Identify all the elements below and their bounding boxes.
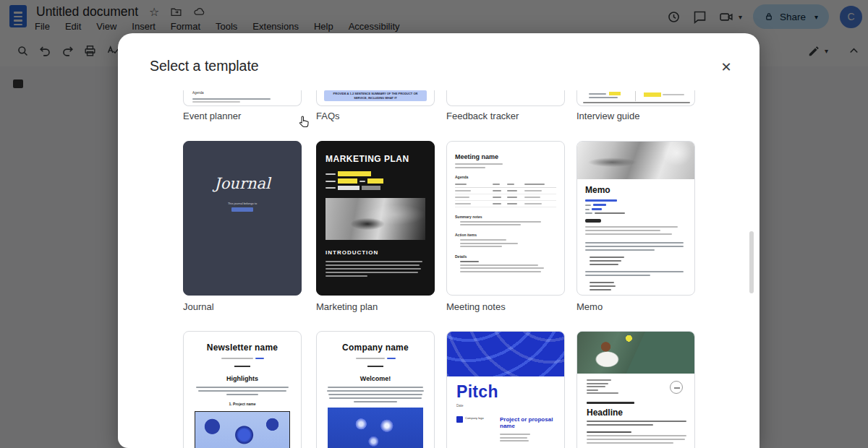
close-icon[interactable]: ✕ [717,58,736,77]
highlight-chip [338,171,371,176]
table-divider [635,91,636,101]
template-label-faqs[interactable]: FAQs [316,111,340,121]
list-placeholder [455,261,556,272]
scrollbar-thumb[interactable] [749,231,754,293]
paragraph-placeholder [585,242,686,251]
meta-placeholder [500,434,555,441]
template-card-faqs[interactable]: PROVIDE A 1-2 SENTENCE SUMMARY OF THE PR… [316,90,435,106]
template-card-meeting-notes[interactable]: Meeting name Agenda Summary notes Action… [446,141,565,296]
highlight-chip [609,92,621,95]
highlight-callout: PROVIDE A 1-2 SENTENCE SUMMARY OF THE PR… [324,90,427,101]
template-label-event-planner[interactable]: Event planner [183,111,241,121]
template-label-journal[interactable]: Journal [183,301,214,312]
text-line [326,181,336,182]
list-placeholder [455,221,556,226]
text-line [359,181,365,182]
thumbnail-banner [447,332,564,376]
template-label-meeting-notes[interactable]: Meeting notes [446,301,506,312]
subtitle-placeholder [587,421,685,426]
highlight-rows [326,171,425,190]
text-line [192,101,240,103]
dialog-title: Select a template [150,58,259,74]
template-card-pitch[interactable]: Pitch Date Company logo Project or propo… [446,331,565,448]
text-line [663,94,684,95]
card-subtitle: This journal belongs to [184,202,301,205]
agenda-table [455,181,556,207]
meta-placeholder [184,358,301,359]
project-name-label: Project or proposal name [500,416,555,429]
logo-label: Company logo [465,416,484,441]
table-rule [583,102,690,103]
text-line [326,187,336,189]
text-line [326,275,367,277]
divider [234,366,250,367]
card-title: Journal [184,175,301,192]
card-snippet-text: Agenda [192,91,204,95]
select-template-dialog: Select a template ✕ Agenda PROVIDE A 1-2… [118,33,760,448]
chip [338,186,359,190]
template-card-feedback-tracker[interactable] [446,90,565,106]
paragraph-placeholder [326,261,425,277]
card-title: Meeting name [455,153,556,160]
card-title: Company name [317,343,434,353]
list-placeholder [585,226,686,235]
card-title: Newsletter name [184,343,301,353]
thumbnail-image [577,142,694,179]
list-placeholder [585,257,686,265]
template-card-event-planner[interactable]: Agenda [183,90,302,106]
highlight-chip [644,92,661,97]
card-section-heading: Welcome! [317,375,434,382]
logo-mark [456,416,463,423]
meta-placeholder [455,163,556,168]
list-placeholder [585,282,686,290]
paragraph-placeholder [587,431,685,444]
thumbnail-image [577,332,645,374]
address-placeholder [587,379,630,394]
template-label-feedback-tracker[interactable]: Feedback tracker [446,111,519,121]
divider [367,366,383,367]
card-section-heading: Highlights [184,375,301,382]
text-line [326,261,422,262]
template-card-newsletter[interactable]: Newsletter name Highlights 1. Project na… [183,331,302,448]
chip [362,186,380,190]
date-label: Date [456,404,555,408]
template-label-interview-guide[interactable]: Interview guide [576,111,639,121]
template-card-interview-guide[interactable] [576,90,695,106]
card-snippet-text: PROVIDE A 1-2 SENTENCE SUMMARY OF THE PR… [328,92,422,100]
text-line [455,167,485,168]
card-title: Memo [585,185,686,195]
section-heading: Details [455,254,556,259]
name-chip [231,207,253,212]
kicker-placeholder [587,402,634,404]
text-line [326,173,336,175]
thumbnail-banner [577,332,694,374]
template-card-company-newsletter[interactable]: Company name Welcome! [316,331,435,448]
stamp-logo [670,381,683,394]
card-section-heading: INTRODUCTION [326,249,425,256]
list-placeholder [455,239,556,247]
text-line [589,97,618,98]
meta-placeholder [317,358,434,359]
paragraph-placeholder [585,271,686,276]
section-heading: Summary notes [455,215,556,219]
signature-placeholder [585,219,601,223]
section-heading: Action items [455,233,556,237]
template-card-press-release[interactable]: Headline [576,331,695,448]
template-label-marketing-plan[interactable]: Marketing plan [316,301,378,312]
paragraph-placeholder [317,387,434,402]
company-logo-block: Company logo [456,416,484,441]
thumbnail-image [195,411,290,448]
text-line [326,268,421,270]
meta-placeholder [585,199,686,214]
section-heading: Agenda [455,175,556,179]
thumbnail-image [328,408,423,448]
card-title: MARKETING PLAN [326,154,425,164]
card-list-item: 1. Project name [184,402,301,406]
template-card-memo[interactable]: Memo [576,141,695,296]
template-label-memo[interactable]: Memo [576,301,603,312]
template-card-marketing-plan[interactable]: MARKETING PLAN INTRODUCTION [316,141,435,296]
text-line [589,93,606,95]
highlight-chip [338,178,357,184]
text-line [455,163,503,165]
template-card-journal[interactable]: Journal This journal belongs to [183,141,302,296]
